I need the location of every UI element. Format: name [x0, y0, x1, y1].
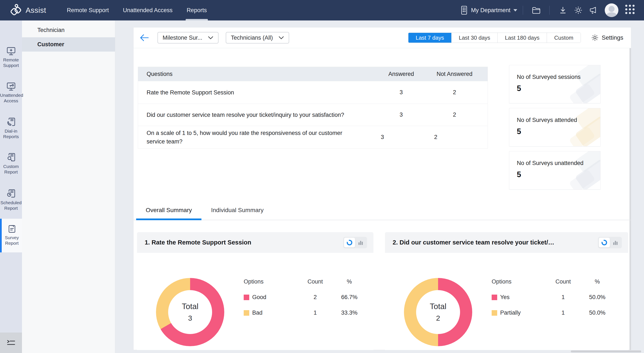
department-selector[interactable]: My Department: [460, 5, 517, 15]
divider: [523, 6, 523, 15]
stat-cards: No of Surveyed sessions 5 No of Surveys …: [509, 65, 600, 190]
download-icon[interactable]: [557, 5, 568, 16]
divider: [550, 6, 550, 15]
search-report-icon: [0, 153, 22, 162]
monitor-key-icon: [0, 82, 22, 91]
survey-report-panel: Milestone Sur... Technicians (All) Last …: [133, 27, 631, 350]
report-content: Questions Answered Not Answered Rate the…: [134, 48, 631, 350]
chart-legend: Options Count % Good 2 66.7% Bad 1 33.3%: [244, 278, 368, 316]
stat-card-surveys-attended: No of Surveys attended 5: [509, 108, 600, 146]
vertical-scrollbar[interactable]: [630, 48, 631, 350]
chart-card-question-2: 2. Did our customer service team resolve…: [385, 232, 628, 350]
donut-chart[interactable]: Total 3: [156, 278, 224, 346]
date-range-segmented-control: Last 7 days Last 30 days Last 180 days C…: [408, 33, 581, 43]
console-icon: [6, 339, 16, 347]
donut-center: Total 3: [168, 290, 212, 334]
summary-tabs: Overall Summary Individual Summary: [134, 200, 631, 220]
console-strip[interactable]: [0, 333, 22, 353]
left-icon-sidebar: RemoteSupport UnattendedAccess Dial-inRe…: [0, 20, 22, 353]
chart-body: Total 3 Options Count % Good: [137, 253, 374, 350]
folder-icon[interactable]: [531, 5, 542, 16]
sidebar-item-survey-report[interactable]: SurveyReport: [0, 219, 22, 252]
main-area: Milestone Sur... Technicians (All) Last …: [115, 20, 644, 353]
department-label: My Department: [471, 7, 510, 14]
table-row[interactable]: Did our customer service team resolve yo…: [138, 104, 488, 126]
tab-individual-summary[interactable]: Individual Summary: [202, 200, 273, 220]
nav-tab-remote-support[interactable]: Remote Support: [60, 0, 116, 20]
settings-button[interactable]: Settings: [591, 34, 623, 41]
sidebar-item-unattended-access[interactable]: UnattendedAccess: [0, 82, 22, 104]
primary-nav: Remote Support Unattended Access Reports: [60, 0, 214, 20]
navbar-right: My Department: [460, 3, 644, 17]
col-answered: Answered: [381, 71, 422, 77]
nav-tab-reports[interactable]: Reports: [180, 0, 214, 20]
announcement-icon[interactable]: [588, 5, 599, 16]
questions-table: Questions Answered Not Answered Rate the…: [138, 67, 488, 149]
legend-swatch: [244, 310, 249, 316]
back-button[interactable]: [138, 32, 150, 44]
survey-select-dropdown[interactable]: Milestone Sur...: [158, 32, 218, 43]
active-tab-underline: [136, 219, 202, 220]
range-last-7-days[interactable]: Last 7 days: [408, 33, 451, 43]
nav-tab-unattended-access[interactable]: Unattended Access: [116, 0, 180, 20]
bar-chart-toggle-button[interactable]: [355, 238, 366, 248]
sidebar-item-dialin-reports[interactable]: Dial-inReports: [0, 117, 22, 139]
clock-report-icon: [0, 189, 22, 199]
questions-table-header: Questions Answered Not Answered: [138, 67, 488, 81]
organization-icon: [460, 5, 468, 15]
avatar-shoulders: [606, 12, 617, 17]
report-type-sidebar: Technician Customer: [22, 20, 115, 353]
legend-item[interactable]: Yes: [492, 294, 547, 301]
tab-overall-summary[interactable]: Overall Summary: [136, 200, 202, 220]
brand[interactable]: Assist: [10, 3, 46, 17]
chart-title: 2. Did our customer service team resolve…: [393, 239, 555, 246]
legend-swatch: [492, 310, 497, 316]
top-navbar: Assist Remote Support Unattended Access …: [0, 0, 644, 20]
donut-chart-toggle-button[interactable]: [344, 238, 355, 248]
legend-item[interactable]: Partially: [492, 310, 547, 316]
legend-swatch: [492, 295, 497, 300]
card-decoration: [558, 151, 600, 190]
assist-logo-icon: [10, 3, 23, 17]
user-avatar[interactable]: [605, 3, 618, 17]
chevron-down-icon: [514, 9, 517, 11]
range-custom[interactable]: Custom: [547, 33, 580, 43]
chart-body: Total 2 Options Count % Yes: [385, 253, 628, 350]
chart-header: 2. Did our customer service team resolve…: [385, 232, 628, 253]
table-row[interactable]: Rate the Remote Support Session 3 2: [138, 81, 488, 104]
settings-label: Settings: [602, 34, 623, 41]
report-type-customer[interactable]: Customer: [22, 37, 115, 51]
gear-icon[interactable]: [573, 5, 584, 16]
donut-chart[interactable]: Total 2: [404, 278, 472, 346]
phone-report-icon: [0, 117, 22, 127]
chart-header: 1. Rate the Remote Support Session: [137, 232, 374, 253]
col-not-answered: Not Answered: [422, 71, 488, 77]
survey-report-icon: [2, 224, 22, 234]
table-row[interactable]: On a scale of 1 to 5, how would you rate…: [138, 126, 488, 148]
legend-item[interactable]: Good: [244, 294, 299, 301]
col-questions: Questions: [138, 70, 381, 78]
chart-card-question-1: 1. Rate the Remote Support Session: [137, 232, 374, 350]
horizontal-scrollbar-thumb[interactable]: [571, 351, 641, 352]
range-last-30-days[interactable]: Last 30 days: [451, 33, 498, 43]
report-toolbar: Milestone Sur... Technicians (All) Last …: [134, 27, 631, 48]
range-last-180-days[interactable]: Last 180 days: [498, 33, 547, 43]
report-type-technician[interactable]: Technician: [22, 23, 115, 37]
sidebar-item-scheduled-report[interactable]: ScheduledReport: [0, 189, 22, 211]
card-decoration: [558, 108, 600, 146]
technician-select-dropdown[interactable]: Technicians (All): [226, 32, 289, 43]
horizontal-scrollbar-track[interactable]: [115, 350, 644, 353]
active-tab-underline: [186, 19, 208, 20]
card-decoration: [558, 65, 600, 103]
stat-card-surveyed-sessions: No of Surveyed sessions 5: [509, 65, 600, 103]
sidebar-item-remote-support[interactable]: RemoteSupport: [0, 46, 22, 68]
bar-chart-toggle-button[interactable]: [610, 238, 621, 248]
avatar-head: [608, 6, 614, 12]
app-grid-icon[interactable]: [624, 5, 636, 16]
legend-item[interactable]: Bad: [244, 310, 299, 316]
stat-card-surveys-unattended: No of Surveys unattended 5: [509, 151, 600, 190]
sidebar-item-custom-report[interactable]: CustomReport: [0, 153, 22, 175]
donut-chart-toggle-button[interactable]: [599, 238, 610, 248]
monitor-plus-icon: [0, 46, 22, 56]
donut-center: Total 2: [416, 290, 460, 334]
